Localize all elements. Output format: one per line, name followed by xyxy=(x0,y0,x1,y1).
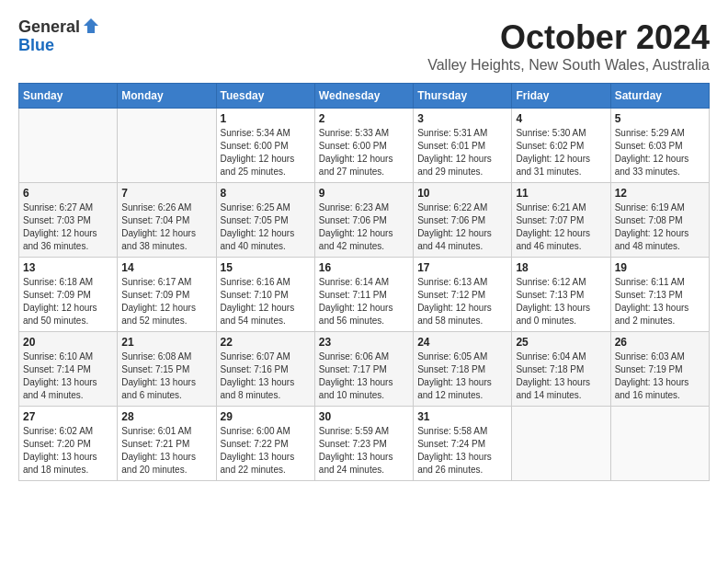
day-info: Sunrise: 5:33 AM Sunset: 6:00 PM Dayligh… xyxy=(319,127,409,178)
calendar-cell xyxy=(19,109,118,183)
day-info: Sunrise: 6:22 AM Sunset: 7:06 PM Dayligh… xyxy=(417,201,507,253)
calendar-cell: 20Sunrise: 6:10 AM Sunset: 7:14 PM Dayli… xyxy=(19,332,118,407)
day-info: Sunrise: 5:29 AM Sunset: 6:03 PM Dayligh… xyxy=(615,127,705,178)
header-monday: Monday xyxy=(118,84,216,109)
day-number: 19 xyxy=(615,261,705,274)
day-info: Sunrise: 6:13 AM Sunset: 7:12 PM Dayligh… xyxy=(417,276,507,327)
day-info: Sunrise: 5:58 AM Sunset: 7:24 PM Dayligh… xyxy=(417,425,507,477)
day-number: 28 xyxy=(121,410,211,423)
header-friday: Friday xyxy=(512,84,610,109)
day-number: 12 xyxy=(615,187,705,200)
calendar-cell xyxy=(610,407,709,481)
day-info: Sunrise: 6:19 AM Sunset: 7:08 PM Dayligh… xyxy=(615,201,705,253)
calendar-week-1: 1Sunrise: 5:34 AM Sunset: 6:00 PM Daylig… xyxy=(19,109,710,183)
calendar-cell: 11Sunrise: 6:21 AM Sunset: 7:07 PM Dayli… xyxy=(512,183,610,258)
day-info: Sunrise: 6:05 AM Sunset: 7:18 PM Dayligh… xyxy=(417,350,507,402)
day-info: Sunrise: 6:11 AM Sunset: 7:13 PM Dayligh… xyxy=(615,276,705,327)
logo-blue: Blue xyxy=(18,37,54,55)
day-number: 16 xyxy=(319,261,409,274)
calendar-cell: 30Sunrise: 5:59 AM Sunset: 7:23 PM Dayli… xyxy=(314,407,413,481)
day-info: Sunrise: 6:00 AM Sunset: 7:22 PM Dayligh… xyxy=(221,425,311,477)
calendar-cell: 7Sunrise: 6:26 AM Sunset: 7:04 PM Daylig… xyxy=(118,183,216,258)
day-info: Sunrise: 6:16 AM Sunset: 7:10 PM Dayligh… xyxy=(221,276,311,327)
day-info: Sunrise: 5:31 AM Sunset: 6:01 PM Dayligh… xyxy=(417,127,507,178)
day-info: Sunrise: 6:21 AM Sunset: 7:07 PM Dayligh… xyxy=(516,201,606,253)
day-number: 3 xyxy=(417,112,507,125)
day-info: Sunrise: 5:34 AM Sunset: 6:00 PM Dayligh… xyxy=(221,127,311,178)
calendar-cell: 3Sunrise: 5:31 AM Sunset: 6:01 PM Daylig… xyxy=(414,109,512,183)
day-number: 20 xyxy=(23,336,113,349)
day-number: 29 xyxy=(221,410,311,423)
calendar-cell: 10Sunrise: 6:22 AM Sunset: 7:06 PM Dayli… xyxy=(414,183,512,258)
calendar-week-4: 20Sunrise: 6:10 AM Sunset: 7:14 PM Dayli… xyxy=(19,332,710,407)
header-thursday: Thursday xyxy=(414,84,512,109)
day-number: 27 xyxy=(23,410,113,423)
day-number: 9 xyxy=(319,187,409,200)
calendar-cell xyxy=(512,407,610,481)
calendar-cell: 18Sunrise: 6:12 AM Sunset: 7:13 PM Dayli… xyxy=(512,258,610,332)
calendar-cell: 26Sunrise: 6:03 AM Sunset: 7:19 PM Dayli… xyxy=(610,332,709,407)
title-section: October 2024 Valley Heights, New South W… xyxy=(427,18,710,74)
day-number: 30 xyxy=(319,410,409,423)
day-number: 7 xyxy=(121,187,211,200)
calendar-cell: 1Sunrise: 5:34 AM Sunset: 6:00 PM Daylig… xyxy=(216,109,314,183)
calendar-cell: 13Sunrise: 6:18 AM Sunset: 7:09 PM Dayli… xyxy=(19,258,118,332)
day-number: 11 xyxy=(516,187,606,200)
day-info: Sunrise: 6:01 AM Sunset: 7:21 PM Dayligh… xyxy=(121,425,211,477)
day-number: 13 xyxy=(23,261,113,274)
day-info: Sunrise: 6:03 AM Sunset: 7:19 PM Dayligh… xyxy=(615,350,705,402)
calendar-header-row: SundayMondayTuesdayWednesdayThursdayFrid… xyxy=(19,84,710,109)
day-number: 14 xyxy=(121,261,211,274)
calendar-cell: 5Sunrise: 5:29 AM Sunset: 6:03 PM Daylig… xyxy=(610,109,709,183)
day-number: 2 xyxy=(319,112,409,125)
month-title: October 2024 xyxy=(427,18,710,57)
calendar-cell: 12Sunrise: 6:19 AM Sunset: 7:08 PM Dayli… xyxy=(610,183,709,258)
logo: General Blue xyxy=(18,18,100,55)
calendar-cell: 28Sunrise: 6:01 AM Sunset: 7:21 PM Dayli… xyxy=(118,407,216,481)
day-number: 18 xyxy=(516,261,606,274)
calendar-week-2: 6Sunrise: 6:27 AM Sunset: 7:03 PM Daylig… xyxy=(19,183,710,258)
day-number: 31 xyxy=(417,410,507,423)
day-info: Sunrise: 6:08 AM Sunset: 7:15 PM Dayligh… xyxy=(121,350,211,402)
header-tuesday: Tuesday xyxy=(216,84,314,109)
calendar-cell: 19Sunrise: 6:11 AM Sunset: 7:13 PM Dayli… xyxy=(610,258,709,332)
calendar-cell: 29Sunrise: 6:00 AM Sunset: 7:22 PM Dayli… xyxy=(216,407,314,481)
day-info: Sunrise: 6:04 AM Sunset: 7:18 PM Dayligh… xyxy=(516,350,606,402)
calendar-cell: 4Sunrise: 5:30 AM Sunset: 6:02 PM Daylig… xyxy=(512,109,610,183)
day-info: Sunrise: 6:26 AM Sunset: 7:04 PM Dayligh… xyxy=(121,201,211,253)
calendar-cell: 24Sunrise: 6:05 AM Sunset: 7:18 PM Dayli… xyxy=(414,332,512,407)
day-info: Sunrise: 6:27 AM Sunset: 7:03 PM Dayligh… xyxy=(23,201,113,253)
header-sunday: Sunday xyxy=(19,84,118,109)
calendar-cell: 14Sunrise: 6:17 AM Sunset: 7:09 PM Dayli… xyxy=(118,258,216,332)
day-info: Sunrise: 5:30 AM Sunset: 6:02 PM Dayligh… xyxy=(516,127,606,178)
day-number: 6 xyxy=(23,187,113,200)
logo-icon xyxy=(82,17,100,35)
day-number: 22 xyxy=(221,336,311,349)
calendar-cell xyxy=(118,109,216,183)
calendar-week-5: 27Sunrise: 6:02 AM Sunset: 7:20 PM Dayli… xyxy=(19,407,710,481)
calendar-cell: 21Sunrise: 6:08 AM Sunset: 7:15 PM Dayli… xyxy=(118,332,216,407)
day-number: 5 xyxy=(615,112,705,125)
header-wednesday: Wednesday xyxy=(314,84,413,109)
calendar-table: SundayMondayTuesdayWednesdayThursdayFrid… xyxy=(18,83,710,481)
calendar-cell: 27Sunrise: 6:02 AM Sunset: 7:20 PM Dayli… xyxy=(19,407,118,481)
calendar-cell: 6Sunrise: 6:27 AM Sunset: 7:03 PM Daylig… xyxy=(19,183,118,258)
day-number: 15 xyxy=(221,261,311,274)
page-header: General Blue October 2024 Valley Heights… xyxy=(18,18,710,74)
day-number: 4 xyxy=(516,112,606,125)
day-number: 10 xyxy=(417,187,507,200)
calendar-cell: 17Sunrise: 6:13 AM Sunset: 7:12 PM Dayli… xyxy=(414,258,512,332)
day-info: Sunrise: 6:23 AM Sunset: 7:06 PM Dayligh… xyxy=(319,201,409,253)
day-number: 26 xyxy=(615,336,705,349)
day-number: 1 xyxy=(221,112,311,125)
day-info: Sunrise: 6:07 AM Sunset: 7:16 PM Dayligh… xyxy=(221,350,311,402)
day-info: Sunrise: 6:12 AM Sunset: 7:13 PM Dayligh… xyxy=(516,276,606,327)
day-number: 8 xyxy=(221,187,311,200)
location-title: Valley Heights, New South Wales, Austral… xyxy=(427,57,710,74)
calendar-cell: 16Sunrise: 6:14 AM Sunset: 7:11 PM Dayli… xyxy=(314,258,413,332)
day-info: Sunrise: 6:17 AM Sunset: 7:09 PM Dayligh… xyxy=(121,276,211,327)
header-saturday: Saturday xyxy=(610,84,709,109)
day-number: 17 xyxy=(417,261,507,274)
day-number: 25 xyxy=(516,336,606,349)
day-number: 23 xyxy=(319,336,409,349)
